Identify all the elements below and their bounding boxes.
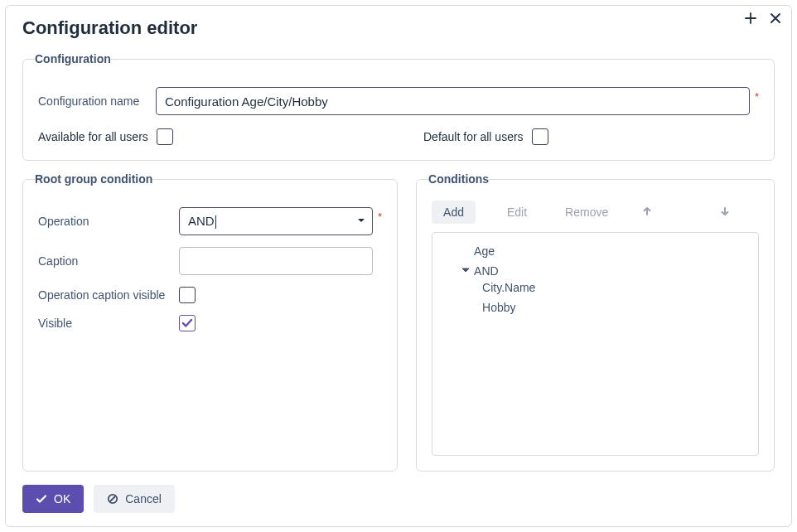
operation-label: Operation xyxy=(38,215,179,228)
configuration-legend: Configuration xyxy=(35,52,111,65)
move-down-icon[interactable] xyxy=(717,204,732,221)
op-caption-visible-label: Operation caption visible xyxy=(38,288,179,302)
tree-item-age[interactable]: Age xyxy=(456,241,751,261)
dialog-footer: OK Cancel xyxy=(22,485,775,513)
configuration-panel: Configuration Configuration name * Avail… xyxy=(22,52,775,161)
conditions-tree: Age AND City.Name xyxy=(432,232,759,456)
add-button[interactable]: Add xyxy=(432,201,476,224)
default-all-users-label: Default for all users xyxy=(423,130,524,143)
required-star: * xyxy=(378,210,382,223)
expander-icon[interactable] xyxy=(461,264,471,278)
dialog-title: Configuration editor xyxy=(22,17,197,39)
cancel-button-label: Cancel xyxy=(125,492,162,505)
required-star: * xyxy=(755,90,759,103)
edit-button[interactable]: Edit xyxy=(500,202,534,222)
default-all-users-checkbox[interactable] xyxy=(532,128,548,145)
op-caption-visible-checkbox[interactable] xyxy=(179,287,196,303)
configuration-editor-dialog: Configuration editor Configuration Confi… xyxy=(5,5,792,527)
close-icon[interactable] xyxy=(768,11,783,26)
conditions-toolbar: Add Edit Remove xyxy=(432,201,759,224)
available-all-users-checkbox[interactable] xyxy=(157,128,173,145)
visible-checkbox[interactable] xyxy=(179,315,196,331)
caption-input[interactable] xyxy=(179,247,373,275)
operation-select-value: AND xyxy=(188,214,216,229)
move-up-icon[interactable] xyxy=(640,204,655,221)
conditions-legend: Conditions xyxy=(428,172,489,186)
tree-item-city-name[interactable]: City.Name xyxy=(477,278,751,297)
configuration-name-label: Configuration name xyxy=(38,94,156,108)
cancel-button[interactable]: Cancel xyxy=(94,485,175,513)
plus-icon[interactable] xyxy=(743,11,758,26)
configuration-name-input[interactable] xyxy=(156,87,750,115)
ok-button-label: OK xyxy=(54,492,70,505)
root-group-legend: Root group condition xyxy=(35,172,152,186)
tree-item-hobby[interactable]: Hobby xyxy=(477,297,751,317)
remove-button[interactable]: Remove xyxy=(558,202,615,222)
caption-label: Caption xyxy=(38,254,179,268)
available-all-users-label: Available for all users xyxy=(38,130,148,143)
root-group-condition-panel: Root group condition Operation AND * Cap… xyxy=(22,172,398,472)
tree-item-and[interactable]: AND City.Name Hobby xyxy=(456,261,751,321)
dialog-header: Configuration editor xyxy=(22,14,775,44)
conditions-panel: Conditions Add Edit Remove Age xyxy=(416,172,775,472)
operation-select[interactable]: AND xyxy=(179,207,373,235)
visible-label: Visible xyxy=(38,317,179,330)
ok-button[interactable]: OK xyxy=(22,485,84,513)
